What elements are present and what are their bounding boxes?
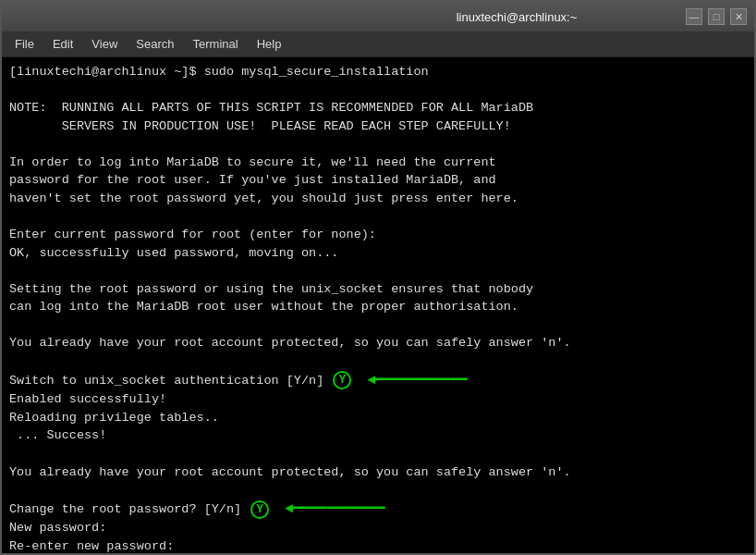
window-controls[interactable]: — □ ✕: [686, 8, 747, 25]
menu-view[interactable]: View: [82, 33, 127, 55]
window-title: linuxtechi@archlinux:~: [348, 10, 686, 24]
terminal-output: [linuxtechi@archlinux ~]$ sudo mysql_sec…: [9, 63, 747, 553]
titlebar: linuxtechi@archlinux:~ — □ ✕: [2, 2, 754, 31]
maximize-button[interactable]: □: [708, 8, 725, 25]
arrow-2: ◄━━━━━━━━━━━: [276, 500, 384, 520]
terminal-window: linuxtechi@archlinux:~ — □ ✕ File Edit V…: [0, 0, 756, 555]
change-password-y: Y: [250, 500, 269, 519]
menu-file[interactable]: File: [6, 33, 43, 55]
unix-socket-y: Y: [333, 371, 351, 389]
terminal-content[interactable]: [linuxtechi@archlinux ~]$ sudo mysql_sec…: [2, 57, 754, 553]
menu-search[interactable]: Search: [127, 33, 183, 55]
menu-terminal[interactable]: Terminal: [184, 33, 248, 55]
menu-edit[interactable]: Edit: [43, 33, 82, 55]
menubar: File Edit View Search Terminal Help: [2, 31, 754, 57]
close-button[interactable]: ✕: [730, 8, 747, 25]
arrow-1: ◄━━━━━━━━━━━: [359, 371, 467, 391]
minimize-button[interactable]: —: [686, 8, 702, 25]
menu-help[interactable]: Help: [248, 33, 291, 55]
